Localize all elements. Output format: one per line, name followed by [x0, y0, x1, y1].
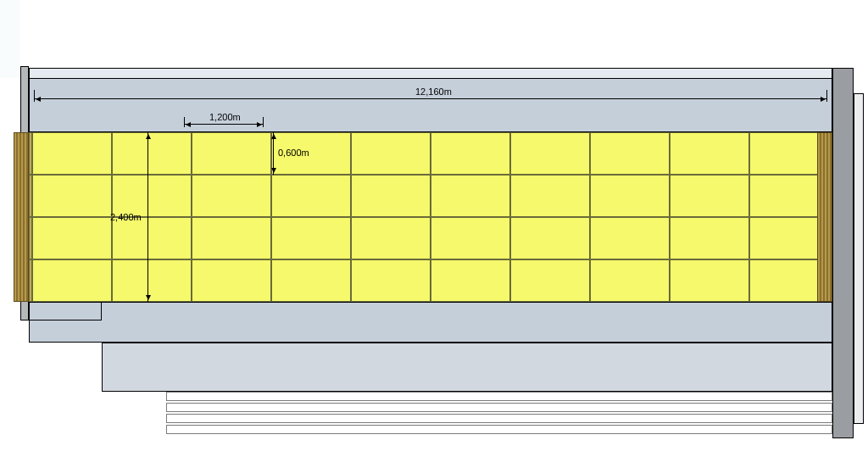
tile	[32, 259, 112, 302]
dimension-label: 0,600m	[278, 148, 309, 158]
tile	[271, 175, 351, 217]
stair-step	[166, 392, 832, 401]
stair-step	[166, 425, 832, 434]
background-fill	[0, 0, 20, 78]
dimension-total-width: 12,160m	[34, 93, 827, 110]
right-wall-cap	[854, 93, 864, 424]
stair-step	[166, 403, 832, 412]
tile	[431, 175, 510, 217]
tile	[670, 217, 749, 259]
tile	[510, 175, 590, 217]
tile	[192, 175, 271, 217]
dimension-label: 12,160m	[415, 86, 452, 97]
tile	[351, 217, 431, 259]
stair-step	[166, 414, 832, 423]
tile	[590, 132, 670, 175]
left-return-texture	[14, 132, 29, 302]
tile	[510, 259, 590, 302]
roof-slant	[29, 68, 832, 78]
right-return-texture	[817, 132, 832, 302]
tile	[590, 217, 670, 259]
tile	[192, 259, 271, 302]
stair-steps	[166, 392, 832, 438]
tile	[431, 259, 510, 302]
tile	[32, 175, 112, 217]
floor-slab	[102, 343, 832, 392]
tile	[192, 217, 271, 259]
tile	[32, 132, 112, 175]
cad-elevation-view: 12,160m 1,200m	[0, 0, 868, 457]
tile	[431, 217, 510, 259]
tile	[590, 259, 670, 302]
dimension-label: 1,200m	[209, 112, 241, 122]
tile	[510, 217, 590, 259]
lower-wall-band	[29, 302, 832, 343]
left-floor-ledge	[29, 302, 102, 320]
tile	[670, 175, 749, 217]
tile	[510, 132, 590, 175]
dimension-panel-height: 2,400m	[144, 132, 195, 302]
tile	[351, 259, 431, 302]
tile	[670, 132, 749, 175]
dimension-label: 2,400m	[110, 212, 142, 222]
tile	[431, 132, 510, 175]
right-wall-extrusion	[832, 68, 854, 438]
tile	[590, 175, 670, 217]
tile	[351, 175, 431, 217]
tile	[192, 132, 271, 175]
tile	[670, 259, 749, 302]
tile	[271, 217, 351, 259]
tile	[351, 132, 431, 175]
dimension-tile-height: 0,600m	[270, 132, 320, 175]
tile	[32, 217, 112, 259]
tile	[271, 259, 351, 302]
